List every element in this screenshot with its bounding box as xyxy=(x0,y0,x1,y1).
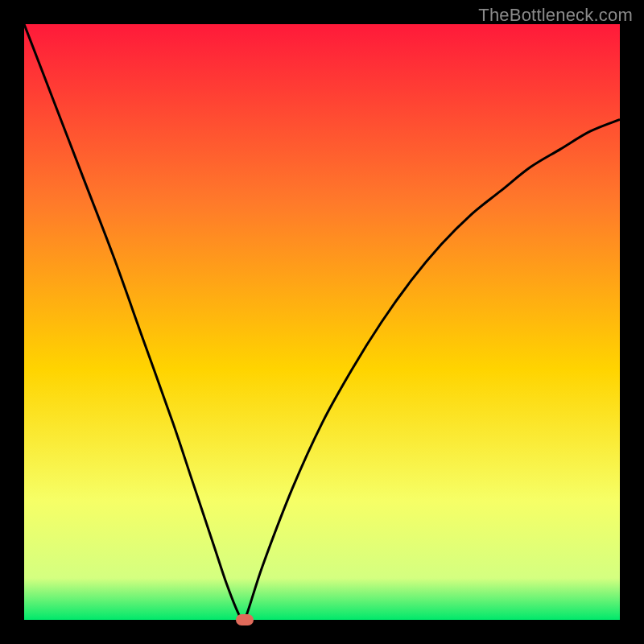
chart-plot xyxy=(24,24,620,620)
chart-frame xyxy=(24,24,620,620)
chart-background-gradient xyxy=(24,24,620,620)
watermark-text: TheBottleneck.com xyxy=(478,5,633,26)
optimal-point-marker xyxy=(236,614,254,625)
